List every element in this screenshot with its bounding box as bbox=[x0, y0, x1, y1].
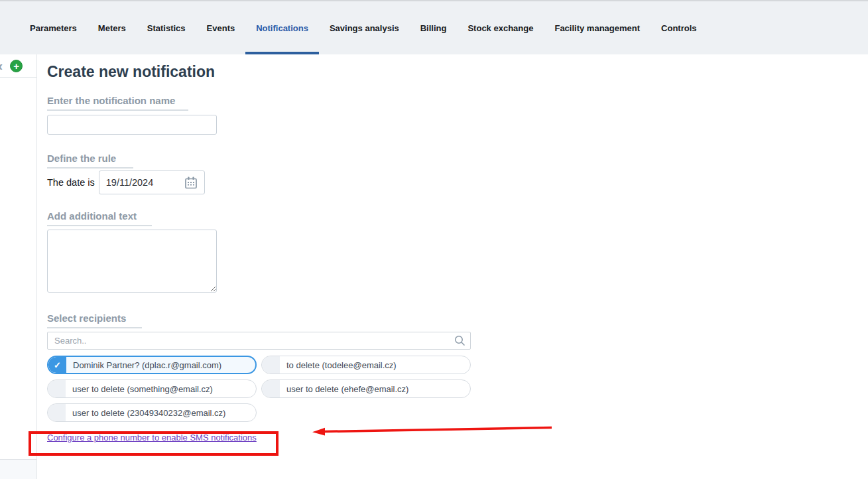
date-value: 19/11/2024 bbox=[106, 177, 154, 188]
sidebar: « + bbox=[0, 54, 37, 479]
additional-text-textarea[interactable] bbox=[47, 230, 217, 293]
tab-label: Facility management bbox=[554, 23, 640, 33]
checkbox-unchecked-icon[interactable]: ✓ bbox=[48, 380, 66, 397]
recipient-label: user to delete (23049340232@email.cz) bbox=[72, 408, 225, 418]
tab-events[interactable]: Events bbox=[196, 1, 246, 54]
tab-meters[interactable]: Meters bbox=[88, 1, 137, 54]
recipient-chip[interactable]: ✓Dominik Partner? (dplac.r@gmail.com) bbox=[47, 356, 257, 374]
additional-text-label: Add additional text bbox=[47, 210, 152, 226]
tab-label: Parameters bbox=[30, 23, 77, 33]
tab-billing[interactable]: Billing bbox=[410, 1, 458, 54]
checkbox-unchecked-icon[interactable]: ✓ bbox=[262, 356, 280, 374]
tab-parameters[interactable]: Parameters bbox=[19, 1, 88, 54]
recipient-label: Dominik Partner? (dplac.r@gmail.com) bbox=[73, 360, 221, 370]
tab-label: Notifications bbox=[256, 23, 308, 33]
notification-name-label: Enter the notification name bbox=[47, 95, 188, 111]
select-recipients-label: Select recipients bbox=[47, 312, 142, 328]
search-icon[interactable] bbox=[454, 335, 465, 349]
recipient-chip[interactable]: ✓user to delete (23049340232@email.cz) bbox=[47, 403, 257, 422]
recipient-label: to delete (todelee@email.cz) bbox=[286, 360, 397, 370]
tab-stock-exchange[interactable]: Stock exchange bbox=[457, 1, 544, 54]
sidebar-header: « + bbox=[0, 54, 36, 78]
tab-label: Savings analysis bbox=[330, 23, 399, 33]
sms-config-link[interactable]: Configure a phone number to enable SMS n… bbox=[47, 433, 257, 443]
tab-label: Stock exchange bbox=[467, 23, 533, 33]
tab-label: Statistics bbox=[147, 23, 186, 33]
sidebar-footer bbox=[0, 459, 36, 479]
check-icon: ✓ bbox=[54, 361, 61, 370]
recipient-search-input[interactable] bbox=[47, 332, 471, 350]
recipient-search bbox=[47, 332, 471, 350]
recipient-chip[interactable]: ✓to delete (todelee@email.cz) bbox=[261, 356, 471, 374]
page-title: Create new notification bbox=[47, 63, 215, 81]
main-content: Create new notification Enter the notifi… bbox=[37, 54, 868, 479]
tab-notifications[interactable]: Notifications bbox=[245, 1, 319, 54]
recipient-label: user to delete (something@email.cz) bbox=[72, 384, 213, 394]
checkbox-checked-icon[interactable]: ✓ bbox=[48, 357, 66, 373]
add-notification-button[interactable]: + bbox=[10, 60, 23, 72]
recipient-chip[interactable]: ✓user to delete (something@email.cz) bbox=[47, 379, 257, 398]
tab-savings-analysis[interactable]: Savings analysis bbox=[319, 1, 410, 54]
rule-row: The date is 19/11/2024 bbox=[47, 171, 205, 194]
plus-icon: + bbox=[13, 61, 19, 71]
define-rule-label: Define the rule bbox=[47, 153, 133, 169]
checkbox-unchecked-icon[interactable]: ✓ bbox=[48, 404, 66, 421]
tab-controls[interactable]: Controls bbox=[651, 1, 707, 54]
date-prefix-label: The date is bbox=[47, 177, 95, 188]
tab-label: Events bbox=[207, 23, 235, 33]
calendar-icon[interactable] bbox=[184, 176, 198, 189]
tab-label: Billing bbox=[420, 23, 447, 33]
recipient-chip[interactable]: ✓user to delete (ehefe@email.cz) bbox=[261, 379, 471, 398]
recipient-list: ✓Dominik Partner? (dplac.r@gmail.com)✓to… bbox=[47, 356, 471, 422]
collapse-sidebar-icon[interactable]: « bbox=[0, 59, 1, 72]
tab-facility-management[interactable]: Facility management bbox=[544, 1, 651, 54]
recipient-label: user to delete (ehefe@email.cz) bbox=[286, 384, 408, 394]
tab-label: Meters bbox=[98, 23, 126, 33]
nav-tabs: ParametersMetersStatisticsEventsNotifica… bbox=[0, 1, 868, 54]
notification-name-input[interactable] bbox=[47, 115, 217, 135]
checkbox-unchecked-icon[interactable]: ✓ bbox=[262, 380, 280, 397]
tab-statistics[interactable]: Statistics bbox=[137, 1, 196, 54]
tab-label: Controls bbox=[661, 23, 696, 33]
date-input[interactable]: 19/11/2024 bbox=[99, 171, 205, 194]
top-navigation: ParametersMetersStatisticsEventsNotifica… bbox=[0, 0, 868, 54]
